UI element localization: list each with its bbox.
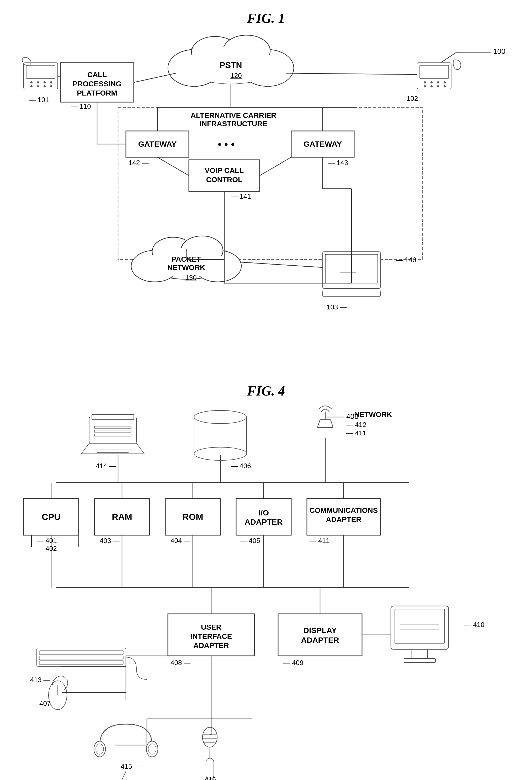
svg-text:413 —: 413 — [30, 676, 50, 684]
svg-text:100: 100 [493, 47, 506, 55]
svg-text:416 —: 416 — [205, 776, 225, 780]
svg-point-6 [37, 81, 39, 84]
svg-text:DISPLAY: DISPLAY [303, 626, 336, 635]
fig1-title: FIG. 1 [16, 10, 516, 26]
svg-text:PSTN: PSTN [220, 60, 242, 70]
svg-text:PLATFORM: PLATFORM [77, 89, 117, 97]
svg-line-110 [330, 420, 333, 428]
svg-line-81 [241, 262, 323, 267]
svg-rect-14 [417, 63, 451, 89]
svg-text:120: 120 [230, 71, 242, 80]
svg-text:NETWORK: NETWORK [167, 263, 205, 272]
svg-point-7 [44, 81, 46, 84]
svg-text:— 411: — 411 [310, 537, 330, 545]
svg-line-40 [286, 73, 417, 75]
svg-text:INFRASTRUCTURE: INFRASTRUCTURE [200, 120, 267, 128]
svg-text:414 —: 414 — [96, 462, 116, 470]
svg-line-2 [441, 52, 457, 63]
svg-text:— 411: — 411 [346, 429, 367, 437]
svg-text:— 101: — 101 [29, 96, 49, 104]
svg-text:INTERFACE: INTERFACE [191, 632, 232, 640]
svg-text:403 —: 403 — [100, 537, 120, 545]
svg-rect-76 [323, 291, 380, 296]
svg-text:ADAPTER: ADAPTER [301, 636, 339, 644]
svg-text:— 410: — 410 [464, 621, 484, 629]
svg-text:408 —: 408 — [170, 659, 191, 667]
svg-rect-153 [278, 614, 362, 656]
svg-text:GATEWAY: GATEWAY [304, 140, 342, 148]
svg-rect-4 [26, 65, 55, 79]
svg-text:_____: _____ [339, 273, 356, 279]
svg-rect-163 [404, 659, 435, 663]
svg-point-21 [430, 85, 433, 87]
svg-point-5 [31, 81, 33, 84]
ui-adapter-label: USER [201, 623, 221, 631]
svg-point-10 [37, 85, 39, 87]
svg-text:103 —: 103 — [327, 303, 347, 311]
svg-line-56 [157, 157, 189, 176]
svg-text:RAM: RAM [112, 512, 132, 522]
svg-text:404 —: 404 — [170, 537, 191, 545]
svg-point-8 [50, 81, 52, 84]
svg-text:— 406: — 406 [231, 462, 251, 470]
svg-point-188 [203, 727, 217, 747]
svg-text:_____: _____ [339, 266, 356, 273]
svg-point-12 [50, 85, 52, 87]
svg-text:— 405: — 405 [240, 537, 260, 545]
svg-text:— 141: — 141 [231, 192, 251, 200]
svg-text:GATEWAY: GATEWAY [138, 140, 177, 148]
svg-text:ADAPTER: ADAPTER [193, 641, 229, 649]
svg-text:142 —: 142 — [128, 159, 149, 167]
svg-point-17 [430, 81, 433, 84]
svg-text:I/O: I/O [258, 508, 269, 517]
svg-text:ALTERNATIVE CARRIER: ALTERNATIVE CARRIER [191, 111, 276, 119]
svg-rect-3 [23, 63, 58, 89]
svg-text:CONTROL: CONTROL [206, 176, 243, 184]
svg-point-105 [194, 410, 247, 424]
svg-text:ADAPTER: ADAPTER [245, 518, 282, 526]
svg-text:NETWORK: NETWORK [354, 410, 392, 419]
svg-text:— 140: — 140 [396, 256, 416, 264]
svg-text:— 412: — 412 [346, 421, 367, 429]
svg-line-39 [134, 73, 176, 83]
svg-text:130: 130 [185, 274, 197, 282]
svg-text:CALL: CALL [87, 70, 107, 79]
svg-text:PROCESSING: PROCESSING [73, 80, 122, 88]
svg-text:— 110: — 110 [71, 102, 91, 110]
svg-text:407 —: 407 — [39, 699, 60, 707]
svg-text:— 401: — 401 [37, 537, 57, 545]
svg-point-18 [437, 81, 439, 84]
svg-text:• • •: • • • [218, 139, 234, 150]
svg-text:102 —: 102 — [407, 95, 427, 102]
cpu-label: CPU [42, 512, 61, 522]
svg-rect-15 [420, 65, 448, 79]
svg-line-57 [260, 157, 291, 176]
svg-point-11 [44, 85, 46, 87]
svg-point-9 [31, 85, 33, 87]
svg-point-16 [424, 81, 426, 84]
svg-line-109 [317, 420, 320, 428]
comm-adapter-label: COMMUNICATIONS [310, 506, 378, 515]
svg-rect-160 [395, 609, 445, 643]
svg-point-19 [443, 81, 446, 84]
svg-text:VOIP CALL: VOIP CALL [205, 166, 244, 175]
svg-text:415 —: 415 — [121, 763, 141, 770]
fig4-title: FIG. 4 [16, 383, 516, 399]
svg-point-20 [424, 85, 426, 87]
svg-point-22 [437, 85, 439, 87]
svg-text:— 143: — 143 [328, 159, 348, 167]
svg-point-23 [443, 85, 446, 87]
svg-text:ROM: ROM [182, 512, 203, 522]
svg-rect-41 [118, 107, 422, 259]
svg-text:— 402: — 402 [37, 545, 57, 552]
svg-text:ADAPTER: ADAPTER [326, 516, 361, 524]
svg-text:— 409: — 409 [283, 659, 304, 667]
